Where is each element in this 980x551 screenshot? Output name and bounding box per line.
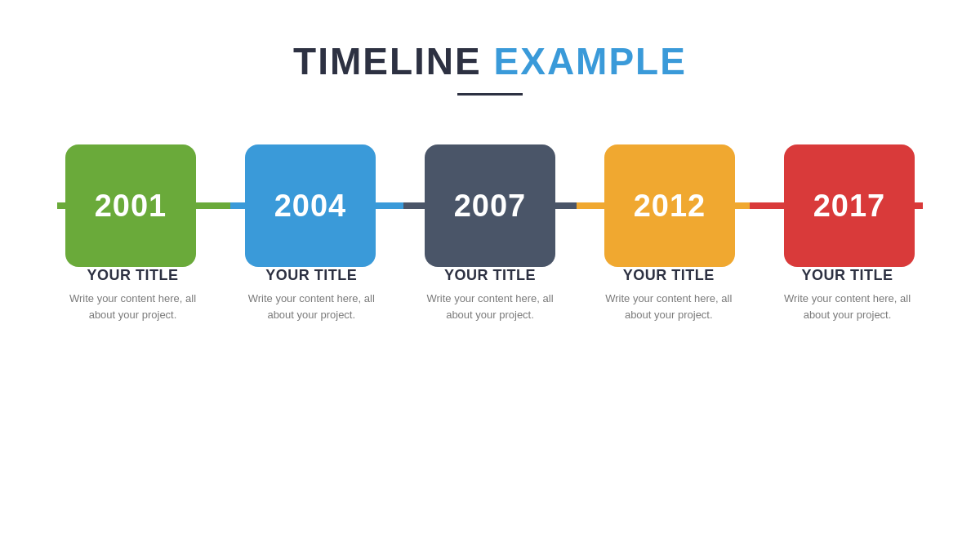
page-header: TIMELINE EXAMPLE [293,39,687,96]
timeline-item-2: 2004 [237,144,384,267]
item-content-3: Write your content here, all about your … [415,291,566,323]
item-title-1: YOUR TITLE [87,267,179,284]
item-labels-2: YOUR TITLE Write your content here, all … [236,267,387,323]
timeline-item-3: 2007 [416,144,564,267]
timeline-box-3: 2007 [425,144,555,267]
item-content-4: Write your content here, all about your … [593,291,744,323]
timeline-item-5: 2017 [776,144,923,267]
timeline-track: 2001 2004 2007 2012 2017 [57,144,923,267]
item-title-5: YOUR TITLE [802,267,893,284]
item-labels-4: YOUR TITLE Write your content here, all … [593,267,744,323]
labels-row: YOUR TITLE Write your content here, all … [57,267,923,323]
timeline-section: 2001 2004 2007 2012 2017 YOUR TITLE Writ… [0,144,980,323]
timeline-item-1: 2001 [57,144,204,267]
item-labels-5: YOUR TITLE Write your content here, all … [772,267,923,323]
item-content-5: Write your content here, all about your … [772,291,923,323]
item-content-2: Write your content here, all about your … [236,291,387,323]
timeline-item-4: 2012 [596,144,743,267]
item-title-3: YOUR TITLE [444,267,536,284]
page-title: TIMELINE EXAMPLE [293,39,687,83]
title-word1: TIMELINE [293,40,482,82]
timeline-box-5: 2017 [784,144,915,267]
item-title-2: YOUR TITLE [265,267,357,284]
timeline-box-1: 2001 [65,144,196,267]
timeline-box-4: 2012 [604,144,735,267]
header-divider [457,93,523,96]
timeline-box-2: 2004 [245,144,376,267]
item-title-4: YOUR TITLE [623,267,715,284]
item-labels-3: YOUR TITLE Write your content here, all … [415,267,566,323]
title-word2: EXAMPLE [494,40,687,82]
item-labels-1: YOUR TITLE Write your content here, all … [57,267,208,323]
item-content-1: Write your content here, all about your … [57,291,208,323]
